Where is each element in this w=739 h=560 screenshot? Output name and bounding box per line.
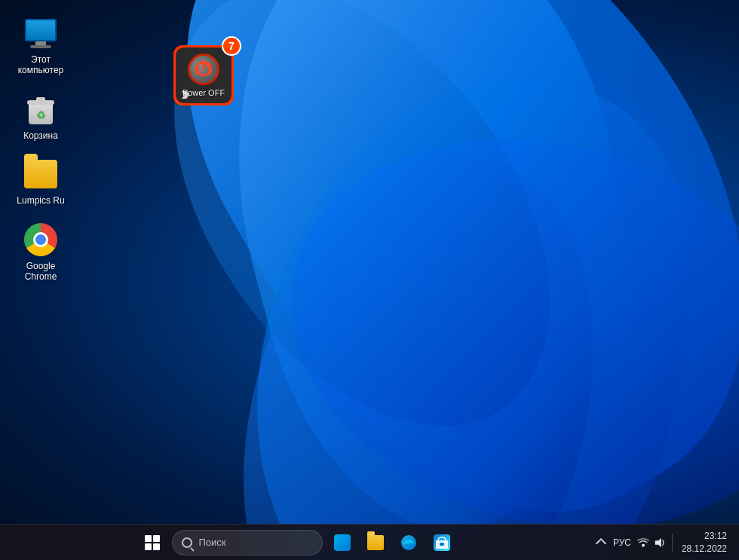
network-icon xyxy=(637,537,649,549)
poweroff-icon[interactable]: Power OFF xyxy=(173,45,234,106)
store-button[interactable] xyxy=(428,529,455,556)
store-icon xyxy=(434,534,450,551)
taskbar: Поиск xyxy=(0,524,739,560)
poweroff-icon-wrapper: 7 Power OFF xyxy=(173,45,234,106)
svg-rect-5 xyxy=(642,543,645,546)
google-chrome-icon[interactable]: Google Chrome xyxy=(14,222,68,283)
chevron-up-icon xyxy=(596,538,606,549)
desktop-icons: Этот компьютер ♻ Корзина xyxy=(14,15,68,282)
poweroff-badge: 7 xyxy=(222,36,241,56)
wallpaper xyxy=(0,0,739,560)
google-chrome-label: Google Chrome xyxy=(25,261,57,283)
language-indicator[interactable]: РУС xyxy=(612,537,633,548)
poweroff-label: Power OFF xyxy=(182,88,225,97)
svg-point-0 xyxy=(198,63,210,75)
sound-button[interactable] xyxy=(654,537,666,549)
system-tray: РУС 23:12 28.12.2022 xyxy=(595,530,739,555)
search-label: Поиск xyxy=(198,537,225,548)
tray-overflow-button[interactable] xyxy=(595,537,607,549)
search-bar[interactable]: Поиск xyxy=(172,530,323,555)
this-computer-label: Этот компьютер xyxy=(18,54,64,76)
sound-icon xyxy=(654,537,666,549)
search-icon xyxy=(182,537,192,548)
start-button[interactable] xyxy=(139,529,166,556)
lumpics-label: Lumpics Ru xyxy=(17,195,64,206)
clock-date: 28.12.2022 xyxy=(682,543,727,555)
svg-marker-6 xyxy=(655,537,661,546)
desktop: Этот компьютер ♻ Корзина xyxy=(0,0,739,560)
widgets-icon xyxy=(334,534,351,551)
taskbar-center: Поиск xyxy=(0,529,595,556)
this-computer-icon[interactable]: Этот компьютер xyxy=(14,15,68,76)
recycle-bin-icon[interactable]: ♻ Корзина xyxy=(14,91,68,141)
windows-logo-icon xyxy=(145,535,160,550)
widgets-button[interactable] xyxy=(329,529,356,556)
network-button[interactable] xyxy=(637,537,649,549)
lumpics-folder-icon[interactable]: Lumpics Ru xyxy=(14,156,68,206)
edge-icon xyxy=(400,534,417,551)
power-button xyxy=(188,54,219,85)
edge-button[interactable] xyxy=(395,529,422,556)
svg-rect-4 xyxy=(440,543,444,546)
clock-time: 23:12 xyxy=(682,530,727,543)
file-explorer-button[interactable] xyxy=(362,529,389,556)
file-explorer-icon xyxy=(367,535,384,550)
recycle-bin-label: Корзина xyxy=(23,130,58,141)
tray-divider xyxy=(672,534,673,552)
system-clock[interactable]: 23:12 28.12.2022 xyxy=(679,530,730,555)
